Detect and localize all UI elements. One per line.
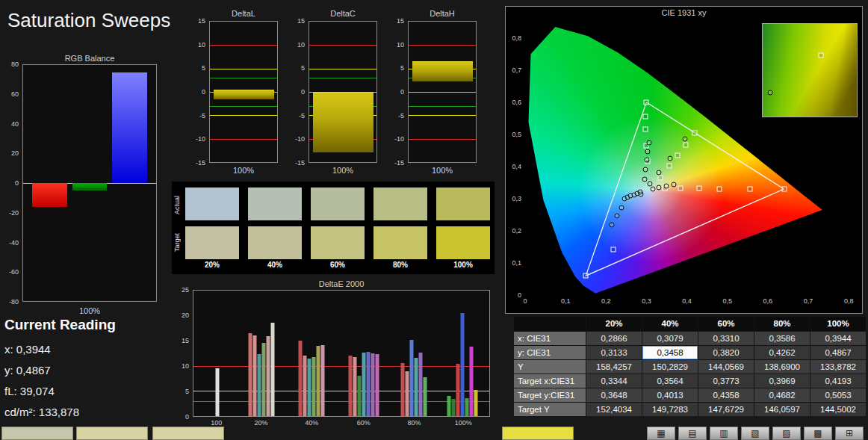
axis-tick-label: 15 [182, 337, 189, 344]
table-cell[interactable]: 0,3773 [698, 374, 754, 388]
reference-line [193, 391, 489, 391]
table-cell[interactable]: 0,2866 [586, 332, 642, 345]
axis-tick-label: 0,4 [512, 163, 521, 170]
measured-point [672, 182, 677, 188]
target-point [692, 130, 698, 135]
taskbar-tab[interactable] [152, 427, 224, 440]
table-cell[interactable]: 0,3820 [698, 346, 754, 359]
measured-point [643, 167, 648, 173]
table-cell[interactable]: 138,6900 [754, 360, 810, 374]
deltae-bar [415, 358, 418, 416]
table-cell[interactable]: 0,3969 [754, 374, 810, 388]
deltae-bar [348, 356, 352, 416]
taskbar-tab[interactable] [502, 427, 574, 440]
deltae-bar [470, 347, 474, 416]
axis-tick-label: -15 [295, 159, 305, 167]
deltae-bar [312, 357, 316, 416]
table-cell[interactable]: 0,3648 [586, 388, 642, 402]
table-cell[interactable]: 0,4867 [810, 346, 866, 359]
delta-bar [214, 90, 274, 99]
table-header-cell [514, 317, 586, 331]
table-cell[interactable]: 0,4358 [698, 388, 754, 402]
layout-button[interactable]: ▦ [647, 427, 675, 440]
deltae-bar [371, 353, 374, 416]
target-point [583, 273, 589, 279]
measured-point [619, 205, 624, 210]
layout-button[interactable]: ▧ [741, 427, 769, 440]
axis-tick-label: -40 [9, 239, 19, 247]
axis-tick-label: 0,1 [512, 259, 521, 267]
table-cell[interactable]: 133,8782 [810, 360, 866, 374]
table-header-cell: 20% [586, 317, 642, 331]
deltae-bar [317, 346, 320, 416]
deltae-yaxis: 2520151050 [172, 290, 191, 417]
table-cell[interactable]: 0,4013 [642, 388, 698, 402]
target-point [696, 186, 701, 191]
taskbar-tab[interactable] [1, 427, 73, 440]
measured-point [610, 223, 615, 228]
table-cell[interactable]: 152,4034 [586, 403, 642, 416]
table-cell[interactable]: 149,7283 [642, 403, 698, 416]
axis-tick-label: 5 [301, 64, 305, 72]
table-cell[interactable]: 0,5053 [810, 388, 866, 402]
delta-chart-3: DeltaH151050-5-10-15100% [391, 9, 490, 179]
zero-line [409, 92, 476, 93]
table-cell[interactable]: 0,3586 [754, 332, 810, 345]
table-cell[interactable]: 144,0569 [698, 360, 754, 374]
target-point [666, 164, 672, 169]
measured-point [644, 158, 649, 163]
measured-point [646, 140, 651, 145]
target-swatch [436, 226, 490, 259]
deltae-bar [366, 352, 370, 416]
taskbar-tab[interactable] [76, 427, 148, 440]
deltae-bar [456, 364, 460, 416]
axis-tick-label: 0,3 [642, 297, 651, 305]
delta-chart-title: DeltaL [209, 9, 278, 18]
table-cell[interactable]: 146,0597 [754, 403, 810, 416]
target-point [683, 142, 688, 147]
table-cell[interactable]: 0,3944 [810, 332, 866, 345]
current-reading-title: Current Reading [4, 317, 169, 333]
table-cell[interactable]: 144,5002 [810, 403, 866, 416]
measured-point [642, 177, 647, 182]
table-cell[interactable]: 0,3344 [586, 374, 642, 388]
delta-bar [412, 61, 473, 82]
table-cell[interactable]: 0,3310 [698, 332, 754, 345]
actual-swatch [185, 188, 239, 220]
layout-button[interactable]: ▥ [710, 427, 738, 440]
table-cell[interactable]: 0,3133 [586, 346, 642, 359]
table-cell[interactable]: 0,3079 [642, 332, 698, 345]
deltae-bar [271, 323, 275, 416]
axis-tick-label: -5 [299, 112, 305, 120]
table-cell[interactable]: 0,3564 [642, 374, 698, 388]
rgb-balance-title: RGB Balance [22, 54, 157, 63]
axis-label: 100% [309, 166, 377, 175]
axis-tick-label: -80 [9, 298, 19, 306]
delta-chart-plot [209, 21, 278, 163]
axis-tick-label: 0 [15, 179, 19, 187]
layout-button[interactable]: ⊞ [835, 427, 864, 440]
deltae-bar [303, 356, 307, 416]
deltae-title: DeltaE 2000 [193, 279, 490, 288]
table-cell[interactable]: 0,4193 [810, 374, 866, 388]
table-cell[interactable]: 0,4682 [754, 388, 810, 402]
delta-bar [313, 92, 373, 152]
table-cell[interactable]: 147,6729 [698, 403, 754, 416]
deltae-bar [419, 353, 423, 416]
table-cell[interactable]: 158,4257 [586, 360, 642, 374]
target-point [716, 186, 722, 191]
target-swatch [311, 226, 365, 259]
axis-tick-label: 0,7 [804, 297, 813, 305]
swatch-row-label: Actual [173, 188, 181, 222]
layout-button[interactable]: ▩ [804, 427, 832, 440]
layout-button[interactable]: ▨ [772, 427, 801, 440]
table-row-label: Target x:CIE31 [514, 374, 586, 388]
axis-tick-label: 80 [11, 61, 19, 68]
reference-line [409, 45, 476, 46]
layout-button[interactable]: ▤ [678, 427, 707, 440]
table-cell[interactable]: 0,4262 [754, 346, 810, 359]
deltae-bar [474, 390, 478, 416]
table-cell[interactable]: 0,3458 [642, 346, 698, 359]
table-cell[interactable]: 150,2829 [642, 360, 698, 374]
axis-tick-label: -5 [199, 112, 205, 120]
